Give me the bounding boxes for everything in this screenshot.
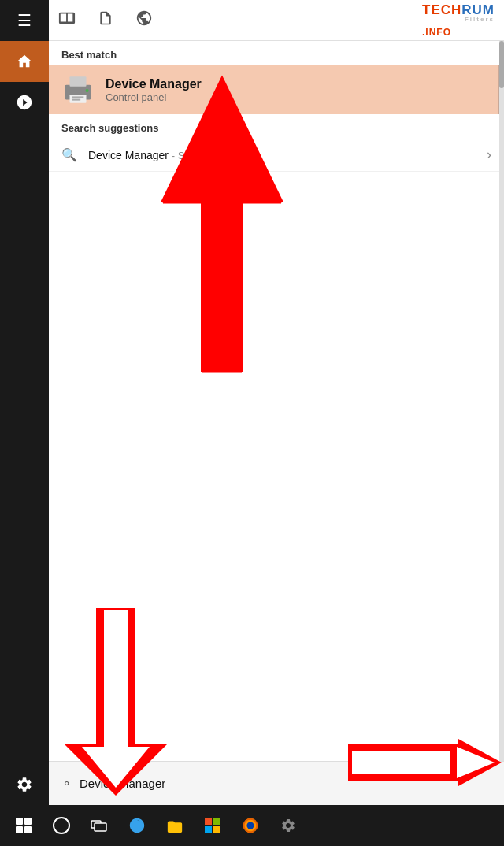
settings-icon (16, 776, 33, 793)
svg-rect-18 (94, 823, 106, 831)
search-results-panel: Best match Device Manager Control panel (49, 41, 504, 761)
svg-rect-19 (205, 818, 212, 825)
suggestion-item[interactable]: 🔍 Device Manager - See web results › (49, 139, 504, 172)
svg-rect-4 (72, 99, 81, 101)
document-icon[interactable] (98, 9, 113, 31)
cortana-icon (53, 817, 70, 834)
menu-icon: ☰ (17, 11, 32, 30)
svg-rect-1 (70, 76, 87, 87)
best-match-title: Device Manager (106, 77, 202, 91)
scrollbar-thumb[interactable] (499, 41, 504, 88)
top-bar: TECHRUM Filters .INFO (49, 0, 504, 41)
best-match-subtitle: Control panel (106, 91, 202, 103)
search-suggestion-icon: 🔍 (61, 147, 77, 162)
svg-rect-3 (72, 96, 84, 98)
device-manager-icon (61, 73, 94, 106)
windows-logo-icon (16, 818, 32, 833)
start-button[interactable] (6, 808, 41, 843)
sidebar-item-home[interactable] (0, 41, 49, 82)
svg-point-5 (85, 89, 88, 92)
suggestion-web-text: - See web results (172, 150, 250, 161)
sidebar-item-settings[interactable] (0, 764, 49, 805)
best-match-item[interactable]: Device Manager Control panel (49, 65, 504, 114)
logo-info: .INFO (422, 27, 451, 38)
logo-text: TECHRUM Filters .INFO (422, 2, 495, 39)
taskbar-settings-button[interactable] (271, 808, 306, 843)
svg-rect-20 (213, 818, 220, 825)
svg-rect-21 (205, 826, 212, 833)
svg-point-24 (246, 822, 254, 829)
search-bar-icon: ⚬ (61, 776, 72, 791)
main-content: TECHRUM Filters .INFO Best match (49, 0, 504, 805)
file-explorer-icon (166, 818, 183, 833)
store-button[interactable] (195, 808, 230, 843)
tablet-icon[interactable] (58, 9, 76, 31)
search-bar-input[interactable] (80, 777, 491, 790)
search-suggestions-label: Search suggestions (49, 114, 504, 139)
cortana-button[interactable] (44, 808, 79, 843)
home-icon (16, 53, 33, 70)
edge-button[interactable] (120, 808, 154, 843)
suggestion-text: Device Manager - See web results (88, 149, 480, 161)
store-icon (205, 818, 220, 833)
scrollbar[interactable] (499, 41, 504, 761)
taskbar-settings-icon (280, 818, 296, 833)
sidebar: ☰ (0, 0, 49, 846)
search-bar: ⚬ (49, 761, 504, 805)
suggestion-chevron-icon: › (487, 147, 491, 163)
task-view-button[interactable] (82, 808, 117, 843)
file-explorer-button[interactable] (158, 808, 192, 843)
firefox-button[interactable] (233, 808, 268, 843)
edge-icon (128, 817, 146, 834)
sidebar-item-photo[interactable] (0, 82, 49, 123)
globe-icon[interactable] (135, 9, 153, 31)
task-view-icon (91, 819, 107, 832)
sidebar-hamburger-button[interactable]: ☰ (0, 0, 49, 41)
svg-rect-22 (213, 826, 220, 833)
techrum-logo: TECHRUM Filters .INFO (422, 2, 495, 39)
firefox-icon (242, 817, 259, 834)
best-match-text: Device Manager Control panel (106, 77, 202, 103)
best-match-label: Best match (49, 41, 504, 65)
photo-icon (16, 94, 33, 111)
taskbar (0, 805, 504, 846)
